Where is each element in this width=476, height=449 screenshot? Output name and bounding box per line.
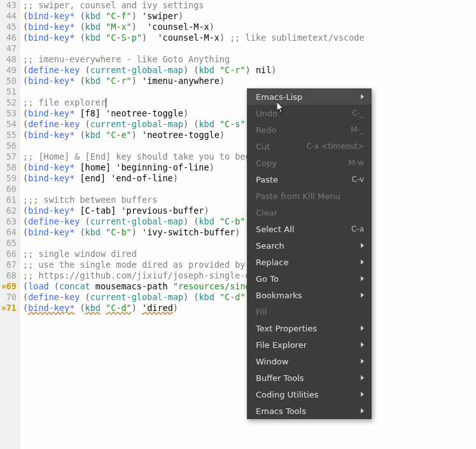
menu-item-label: Bookmarks bbox=[256, 291, 302, 300]
menu-item-label: Paste bbox=[256, 175, 278, 184]
menu-item-fill: Fill bbox=[247, 303, 372, 320]
line-number-gutter: 4344454647484950515253545556575859606162… bbox=[0, 0, 20, 449]
line-number: 67 bbox=[3, 259, 17, 270]
line-number: 50 bbox=[3, 76, 17, 86]
line-number: 46 bbox=[3, 32, 17, 43]
line-number: 58 bbox=[3, 162, 17, 173]
menu-item-paste[interactable]: PasteC-v bbox=[247, 171, 372, 188]
menu-item-label: Paste from Kill Menu bbox=[256, 191, 340, 201]
line-number: 66 bbox=[3, 249, 17, 259]
code-line[interactable]: (bind-key* (kbd "M-x") 'counsel-M-x) bbox=[23, 22, 473, 32]
line-number: 60 bbox=[3, 184, 17, 195]
menu-item-search[interactable]: Search bbox=[247, 237, 372, 254]
chevron-right-icon bbox=[361, 359, 364, 364]
menu-item-label: Search bbox=[256, 241, 284, 251]
menu-item-coding-utilities[interactable]: Coding Utilities bbox=[247, 386, 372, 403]
menu-item-go-to[interactable]: Go To bbox=[247, 270, 372, 287]
menu-item-label: File Explorer bbox=[256, 340, 307, 350]
menu-shortcut: C-x <timeout> bbox=[307, 142, 365, 151]
menu-item-label: Emacs Tools bbox=[256, 406, 306, 416]
menu-item-label: Emacs-Lisp bbox=[256, 92, 302, 102]
menu-shortcut: C-v bbox=[352, 175, 365, 184]
menu-item-clear: Clear bbox=[247, 204, 372, 221]
line-number: 49 bbox=[3, 65, 17, 76]
menu-item-paste-from-kill-menu: Paste from Kill Menu bbox=[247, 188, 372, 204]
chevron-right-icon bbox=[361, 342, 364, 347]
line-number: 56 bbox=[3, 141, 17, 151]
menu-shortcut: M-_ bbox=[351, 125, 364, 134]
chevron-right-icon bbox=[361, 276, 364, 281]
menu-item-label: Select All bbox=[256, 224, 294, 234]
code-line[interactable]: ;; swiper, counsel and ivy settings bbox=[23, 0, 473, 11]
menu-item-buffer-tools[interactable]: Buffer Tools bbox=[247, 370, 372, 386]
line-number: 57 bbox=[3, 151, 17, 162]
menu-item-label: Buffer Tools bbox=[256, 373, 304, 383]
line-number: 53 bbox=[3, 108, 17, 119]
chevron-right-icon bbox=[361, 259, 364, 265]
menu-shortcut: C-a bbox=[351, 224, 364, 233]
menu-shortcut: M-w bbox=[349, 158, 365, 167]
menu-item-label: Window bbox=[256, 357, 288, 366]
code-line[interactable]: (bind-key* (kbd "C-r") 'imenu-anywhere) bbox=[23, 76, 473, 86]
line-number: 69 bbox=[3, 281, 17, 292]
menu-shortcut: C-_ bbox=[352, 109, 364, 118]
line-number: 70 bbox=[3, 292, 17, 303]
line-number: 61 bbox=[3, 195, 17, 205]
menu-item-copy: CopyM-w bbox=[247, 155, 372, 171]
chevron-right-icon bbox=[361, 243, 364, 248]
line-number: 55 bbox=[3, 130, 17, 141]
code-line[interactable] bbox=[23, 43, 473, 54]
context-menu[interactable]: Emacs-LispUndoC-_RedoM-_CutC-x <timeout>… bbox=[247, 88, 372, 419]
chevron-right-icon bbox=[361, 326, 364, 331]
line-number: 71 bbox=[3, 303, 17, 314]
menu-item-label: Coding Utilities bbox=[256, 390, 318, 399]
code-line[interactable]: ;; imenu-everywhere - like Goto Anything bbox=[23, 54, 473, 65]
menu-item-replace[interactable]: Replace bbox=[247, 254, 372, 270]
menu-item-file-explorer[interactable]: File Explorer bbox=[247, 336, 372, 353]
menu-item-label: Redo bbox=[256, 125, 277, 135]
menu-item-label: Clear bbox=[256, 208, 277, 218]
line-number: 68 bbox=[3, 270, 17, 281]
line-number: 45 bbox=[3, 22, 17, 32]
menu-item-label: Text Properties bbox=[256, 324, 317, 333]
line-number: 43 bbox=[3, 0, 17, 11]
line-number: 63 bbox=[3, 216, 17, 227]
chevron-right-icon bbox=[361, 375, 364, 380]
menu-item-label: Go To bbox=[256, 274, 279, 284]
line-number: 48 bbox=[3, 54, 17, 65]
menu-item-label: Undo bbox=[256, 109, 277, 118]
menu-item-label: Copy bbox=[256, 158, 277, 168]
menu-item-redo: RedoM-_ bbox=[247, 121, 372, 138]
chevron-right-icon bbox=[361, 408, 364, 413]
code-line[interactable]: (define-key (current-global-map) (kbd "C… bbox=[23, 65, 473, 76]
menu-item-bookmarks[interactable]: Bookmarks bbox=[247, 287, 372, 303]
menu-item-undo: UndoC-_ bbox=[247, 105, 372, 121]
menu-item-cut: CutC-x <timeout> bbox=[247, 138, 372, 155]
code-line[interactable]: (bind-key* (kbd "C-f") 'swiper) bbox=[23, 11, 473, 22]
chevron-right-icon bbox=[361, 94, 364, 99]
line-number: 65 bbox=[3, 238, 17, 249]
menu-item-emacs-lisp[interactable]: Emacs-Lisp bbox=[247, 88, 372, 105]
menu-item-label: Replace bbox=[256, 258, 288, 267]
chevron-right-icon bbox=[361, 392, 364, 397]
line-number: 51 bbox=[3, 86, 17, 97]
editor-pane[interactable]: 4344454647484950515253545556575859606162… bbox=[0, 0, 476, 449]
menu-item-window[interactable]: Window bbox=[247, 353, 372, 370]
line-number: 52 bbox=[3, 97, 17, 108]
menu-item-select-all[interactable]: Select AllC-a bbox=[247, 221, 372, 237]
menu-item-emacs-tools[interactable]: Emacs Tools bbox=[247, 403, 372, 419]
line-number: 44 bbox=[3, 11, 17, 22]
chevron-right-icon bbox=[361, 293, 364, 298]
line-number: 54 bbox=[3, 119, 17, 130]
line-number: 62 bbox=[3, 205, 17, 216]
code-line[interactable]: (bind-key* (kbd "C-S-p") 'counsel-M-x) ;… bbox=[23, 32, 473, 43]
menu-item-label: Cut bbox=[256, 142, 270, 151]
line-number: 59 bbox=[3, 173, 17, 184]
line-number: 47 bbox=[3, 43, 17, 54]
menu-item-label: Fill bbox=[256, 307, 267, 317]
line-number: 64 bbox=[3, 227, 17, 238]
menu-item-text-properties[interactable]: Text Properties bbox=[247, 320, 372, 336]
